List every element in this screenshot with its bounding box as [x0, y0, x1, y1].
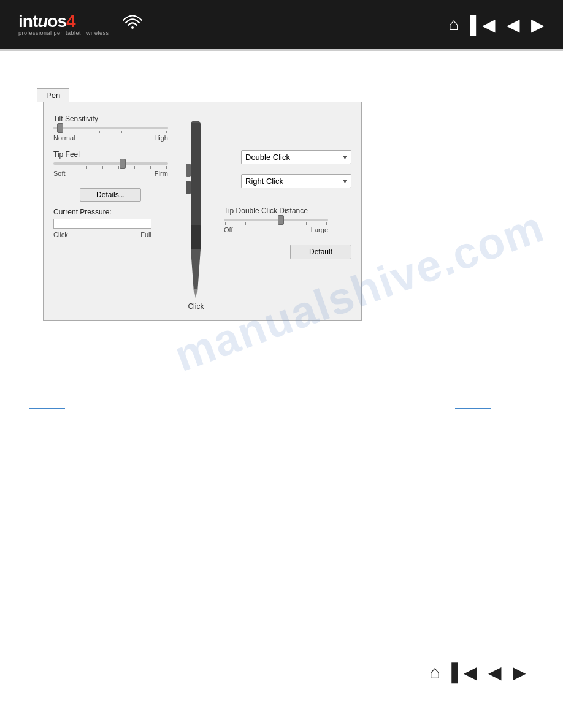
- left-col: Tilt Sensitivity Normal High: [53, 108, 174, 311]
- tip-feel-ticks: [53, 166, 168, 169]
- home-icon[interactable]: ⌂: [448, 15, 459, 34]
- tip-feel-labels: Soft Firm: [53, 170, 168, 177]
- center-col: Click: [174, 108, 218, 311]
- svg-marker-4: [194, 289, 197, 298]
- bottom-nav: ⌂ ▌◀ ◀ ▶: [429, 662, 526, 683]
- panel-wrapper: Pen Tilt Sensitivity: [37, 88, 526, 321]
- tip-dbl-track: [224, 219, 328, 221]
- tip-feel-track: [53, 162, 168, 165]
- default-button[interactable]: Default: [290, 245, 351, 259]
- right-annotation-line-2: [455, 408, 491, 409]
- tilt-labels: Normal High: [53, 134, 168, 142]
- upper-button-dropdown[interactable]: Double Click Right Click Click Pan/Scrol…: [241, 150, 351, 164]
- left-annotation-line: [29, 408, 65, 409]
- tilt-slider-track: [53, 127, 168, 129]
- wifi-icon: [121, 12, 144, 37]
- panel-inner: Tilt Sensitivity Normal High: [53, 108, 351, 311]
- tip-dbl-ticks: [224, 222, 328, 225]
- bottom-next-icon[interactable]: ▶: [513, 662, 526, 683]
- next-icon[interactable]: ▶: [531, 15, 545, 35]
- tip-dbl-thumb[interactable]: [278, 215, 284, 225]
- pressure-max-label: Full: [140, 231, 151, 238]
- pressure-labels: Click Full: [53, 231, 151, 238]
- current-pressure-label: Current Pressure:: [53, 208, 168, 216]
- header-nav: ⌂ ▌◀ ◀ ▶: [448, 15, 545, 35]
- logo-four: 4: [66, 12, 75, 31]
- logo-subtitle: professional pen tablet wireless: [18, 30, 109, 36]
- tilt-max-label: High: [154, 134, 168, 142]
- tip-dbl-min-label: Off: [224, 226, 232, 233]
- upper-dropdown-wrapper: Double Click Right Click Click Pan/Scrol…: [241, 150, 351, 164]
- first-icon[interactable]: ▌◀: [470, 15, 496, 35]
- header: intuos4 professional pen tablet wireless…: [0, 0, 563, 49]
- tip-double-click-label: Tip Double Click Distance: [224, 207, 351, 215]
- tip-feel-max-label: Firm: [155, 170, 168, 177]
- upper-button[interactable]: [186, 164, 191, 177]
- lower-button[interactable]: [186, 181, 191, 194]
- tip-feel-thumb[interactable]: [120, 159, 126, 169]
- tip-double-click-section: Tip Double Click Distance Off: [224, 207, 351, 233]
- tip-feel-label: Tip Feel: [53, 150, 168, 159]
- logo-text: intuos4 professional pen tablet wireless: [18, 13, 109, 36]
- panel-tab[interactable]: Pen: [37, 88, 69, 102]
- details-button[interactable]: Details...: [80, 188, 141, 202]
- svg-rect-2: [191, 225, 201, 249]
- logo-intuos: intuos4: [18, 13, 109, 30]
- tip-feel-min-label: Soft: [53, 170, 66, 177]
- tab-label: Pen: [46, 91, 60, 100]
- click-label: Click: [188, 302, 204, 311]
- main-content: Pen Tilt Sensitivity: [0, 51, 563, 713]
- svg-marker-3: [191, 249, 201, 292]
- right-col: Double Click Right Click Click Pan/Scrol…: [218, 108, 351, 311]
- tip-dbl-labels: Off Large: [224, 226, 328, 233]
- tip-dbl-max-label: Large: [311, 226, 328, 233]
- bottom-prev-icon[interactable]: ◀: [488, 662, 502, 683]
- upper-connector-line: [224, 157, 241, 157]
- panel: Tilt Sensitivity Normal High: [43, 102, 362, 321]
- lower-dropdown-wrapper: Double Click Right Click Click Pan/Scrol…: [241, 174, 351, 188]
- tilt-slider-thumb[interactable]: [57, 123, 63, 133]
- tilt-min-label: Normal: [53, 134, 75, 142]
- right-annotation-line: [491, 210, 525, 210]
- lower-connector-line: [224, 181, 241, 181]
- pressure-bar: [53, 219, 151, 229]
- tilt-sensitivity-label: Tilt Sensitivity: [53, 115, 168, 123]
- pen-illustration: [185, 115, 206, 298]
- lower-button-dropdown[interactable]: Double Click Right Click Click Pan/Scrol…: [241, 174, 351, 188]
- bottom-home-icon[interactable]: ⌂: [429, 662, 440, 683]
- tilt-ticks: [53, 131, 168, 133]
- bottom-first-icon[interactable]: ▌◀: [451, 662, 477, 683]
- pressure-min-label: Click: [53, 231, 68, 238]
- prev-icon[interactable]: ◀: [507, 15, 520, 35]
- logo-area: intuos4 professional pen tablet wireless: [18, 12, 144, 37]
